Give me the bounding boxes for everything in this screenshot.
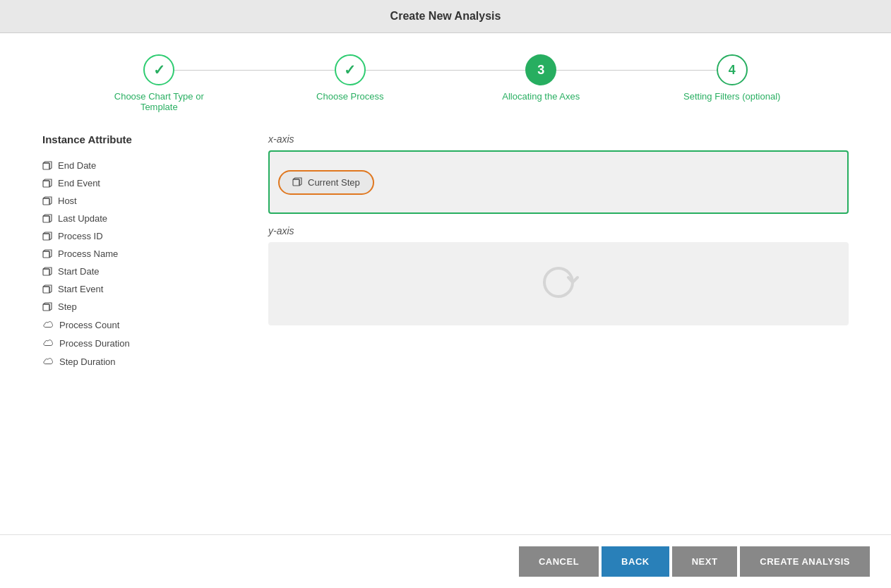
- svg-rect-12: [43, 234, 49, 240]
- svg-rect-15: [43, 251, 49, 258]
- svg-rect-21: [43, 287, 49, 293]
- attr-process-name[interactable]: Process Name: [42, 245, 240, 263]
- svg-rect-24: [43, 304, 49, 311]
- attr-process-duration-label: Process Duration: [59, 338, 130, 349]
- svg-rect-6: [43, 198, 49, 205]
- cloud-icon: [42, 319, 54, 330]
- step-3-label: Allocating the Axes: [502, 91, 580, 102]
- cube-icon: [42, 267, 52, 277]
- x-axis-section: x-axis Current Step: [268, 133, 849, 214]
- cube-icon: [42, 249, 52, 259]
- cube-icon: [292, 177, 302, 187]
- create-analysis-button[interactable]: CREATE ANALYSIS: [740, 546, 870, 577]
- y-axis-label: y-axis: [268, 225, 849, 236]
- attr-end-date-label: End Date: [58, 160, 96, 171]
- cube-icon: [42, 179, 52, 188]
- y-axis-dropzone[interactable]: [268, 242, 849, 325]
- cube-icon: [42, 302, 52, 312]
- x-axis-dropzone[interactable]: Current Step: [268, 150, 849, 214]
- attr-step-duration[interactable]: Step Duration: [42, 352, 240, 371]
- step-2-circle: ✓: [335, 54, 366, 85]
- attr-end-event[interactable]: End Event: [42, 174, 240, 192]
- attr-host[interactable]: Host: [42, 192, 240, 210]
- attr-last-update[interactable]: Last Update: [42, 210, 240, 227]
- attr-host-label: Host: [58, 196, 77, 206]
- left-panel: Instance Attribute End Date: [42, 133, 240, 520]
- attr-process-count[interactable]: Process Count: [42, 316, 240, 334]
- attr-start-date-label: Start Date: [58, 266, 100, 277]
- step-3-circle: 3: [525, 54, 556, 85]
- attr-start-event[interactable]: Start Event: [42, 280, 240, 298]
- panel-title: Instance Attribute: [42, 133, 240, 145]
- attr-start-date[interactable]: Start Date: [42, 263, 240, 280]
- step-4-label: Setting Filters (optional): [683, 91, 780, 102]
- y-axis-section: y-axis: [268, 225, 849, 325]
- svg-rect-27: [293, 179, 299, 186]
- attr-end-event-label: End Event: [58, 178, 100, 188]
- cloud-icon: [42, 337, 54, 349]
- step-2-label: Choose Process: [316, 91, 383, 102]
- right-panel: x-axis Current Step: [268, 133, 849, 520]
- attr-process-duration[interactable]: Process Duration: [42, 334, 240, 352]
- attr-step[interactable]: Step: [42, 298, 240, 316]
- cube-icon: [42, 161, 52, 171]
- step-4[interactable]: 4 Setting Filters (optional): [637, 54, 828, 102]
- next-button[interactable]: NEXT: [672, 546, 738, 577]
- svg-rect-9: [43, 216, 49, 222]
- empty-state-icon: [277, 251, 840, 317]
- step-1-circle: ✓: [143, 54, 174, 85]
- attr-process-count-label: Process Count: [59, 320, 119, 330]
- cube-icon: [42, 196, 52, 206]
- svg-rect-18: [43, 269, 49, 275]
- attr-step-duration-label: Step Duration: [59, 356, 116, 367]
- svg-rect-0: [43, 163, 49, 169]
- cube-icon: [42, 232, 52, 241]
- cube-icon: [42, 284, 52, 294]
- cube-icon: [42, 214, 52, 224]
- header-title: Create New Analysis: [390, 10, 501, 22]
- footer: CANCEL BACK NEXT CREATE ANALYSIS: [0, 534, 891, 588]
- attr-step-label: Step: [58, 301, 77, 312]
- attr-process-id[interactable]: Process ID: [42, 227, 240, 245]
- attr-last-update-label: Last Update: [58, 213, 107, 224]
- step-4-circle: 4: [717, 54, 748, 85]
- attr-end-date[interactable]: End Date: [42, 157, 240, 174]
- cancel-button[interactable]: CANCEL: [519, 546, 599, 577]
- stepper: ✓ Choose Chart Type or Template ✓ Choose…: [21, 33, 870, 126]
- current-step-tag[interactable]: Current Step: [278, 170, 374, 195]
- attr-process-name-label: Process Name: [58, 248, 118, 259]
- svg-rect-3: [43, 181, 49, 187]
- content-area: Instance Attribute End Date: [21, 126, 870, 534]
- cloud-icon: [42, 356, 54, 367]
- main-container: ✓ Choose Chart Type or Template ✓ Choose…: [0, 33, 891, 534]
- attribute-list: End Date End Event: [42, 157, 240, 371]
- step-1[interactable]: ✓ Choose Chart Type or Template: [64, 54, 255, 112]
- step-3[interactable]: 3 Allocating the Axes: [446, 54, 637, 102]
- back-button[interactable]: BACK: [602, 546, 669, 577]
- current-step-label: Current Step: [308, 177, 360, 188]
- attr-start-event-label: Start Event: [58, 284, 103, 294]
- step-1-label: Choose Chart Type or Template: [102, 91, 215, 112]
- refresh-icon: [537, 265, 580, 303]
- attr-process-id-label: Process ID: [58, 231, 103, 241]
- step-2[interactable]: ✓ Choose Process: [255, 54, 446, 102]
- dialog-header: Create New Analysis: [0, 0, 891, 33]
- x-axis-label: x-axis: [268, 133, 849, 145]
